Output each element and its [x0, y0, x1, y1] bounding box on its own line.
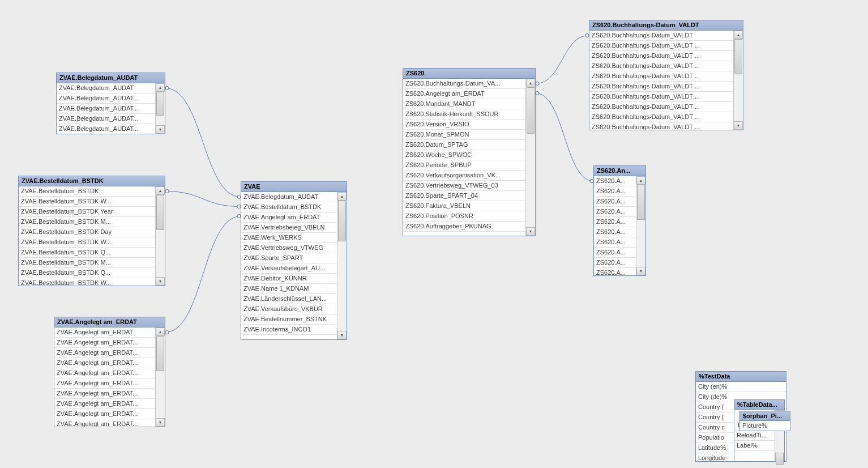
field-item[interactable]: ZVAE.Bestelldatum_BSTDK — [19, 186, 155, 197]
field-item[interactable]: ZVAE.Belegdatum_AUDAT — [57, 83, 155, 93]
table-box-zvae_bstdk[interactable]: ZVAE.Bestelldatum_BSTDKZVAE.Bestelldatum… — [18, 176, 165, 286]
field-item[interactable]: ZVAE.Bestelldatum_BSTDK Year — [19, 207, 155, 217]
field-item[interactable]: ZVAE.Angelegt am_ERDAT — [54, 327, 155, 338]
scroll-thumb[interactable] — [156, 336, 164, 371]
field-item[interactable]: ZS620.Buchhaltungs-Datum_VALDT ... — [589, 122, 733, 130]
table-box-zvae_audat[interactable]: ZVAE.Belegdatum_AUDATZVAE.Belegdatum_AUD… — [56, 73, 165, 134]
field-item[interactable]: ZVAE.Vertriebsweg_VTWEG — [241, 243, 337, 253]
scroll-track[interactable] — [337, 201, 347, 331]
scroll-track[interactable] — [734, 39, 743, 121]
field-item[interactable]: ZVAE.Sparte_SPART — [241, 253, 337, 263]
scroll-thumb[interactable] — [156, 195, 164, 230]
scroll-up-icon[interactable]: ▴ — [156, 83, 165, 92]
field-item[interactable]: ZS620.A... — [594, 237, 636, 248]
field-item[interactable]: ZVAE.Werk_WERKS — [241, 233, 337, 243]
scroll-track[interactable] — [156, 336, 165, 418]
scrollbar[interactable]: ▴▾ — [337, 192, 347, 339]
field-item[interactable]: ZVAE.Belegdatum_AUDAT... — [57, 93, 155, 104]
scroll-track[interactable] — [156, 195, 165, 277]
field-item[interactable]: ZS620.Angelegt am_ERDAT — [403, 89, 525, 99]
field-item[interactable]: ZVAE.Bestelldatum_BSTDK W... — [19, 237, 155, 248]
scroll-track[interactable] — [636, 185, 645, 267]
scroll-thumb[interactable] — [527, 87, 535, 134]
field-item[interactable]: ZS620.Monat_SPMON — [403, 130, 525, 140]
scroll-up-icon[interactable]: ▴ — [734, 31, 743, 39]
scroll-track[interactable] — [526, 87, 535, 227]
scroll-up-icon[interactable]: ▴ — [337, 192, 347, 201]
field-item[interactable]: ZVAE.Länderschlüssel_LAN... — [241, 294, 337, 304]
field-item[interactable]: ZS620.A... — [594, 186, 636, 197]
field-item[interactable]: ZS620.Auftraggeber_PKUNAG — [403, 222, 525, 232]
scroll-down-icon[interactable]: ▾ — [156, 418, 165, 427]
field-item[interactable]: ZS620.Statistik-Herkunft_SSOUR — [403, 109, 525, 120]
field-item[interactable]: ZS620.A... — [594, 176, 636, 186]
scroll-thumb[interactable] — [776, 453, 784, 465]
scroll-track[interactable] — [156, 92, 165, 125]
field-item[interactable]: ZS620.A... — [594, 217, 636, 227]
field-item[interactable]: ZVAE.Angelegt am_ERDAT... — [54, 409, 155, 419]
field-item[interactable]: ZVAE.Name 1_KDNAM — [241, 284, 337, 294]
field-item[interactable]: ZVAE.Bestelldatum_BSTDK M... — [19, 258, 155, 268]
field-item[interactable]: ZS620.A... — [594, 207, 636, 217]
scroll-thumb[interactable] — [734, 39, 742, 74]
field-item[interactable]: City (en)% — [696, 382, 786, 392]
scroll-down-icon[interactable]: ▾ — [156, 125, 165, 134]
field-item[interactable]: ZVAE.Bestelldatum_BSTDK M... — [19, 217, 155, 227]
field-item[interactable]: ZVAE.Vertriebsbeleg_VBELN — [241, 223, 337, 233]
table-box-zvae_erdat[interactable]: ZVAE.Angelegt am_ERDATZVAE.Angelegt am_E… — [54, 317, 165, 427]
field-item[interactable]: ZVAE.Angelegt am_ERDAT... — [54, 358, 155, 368]
field-item[interactable]: ZS620.A... — [594, 268, 636, 275]
scroll-thumb[interactable] — [338, 201, 346, 241]
field-item[interactable]: ZS620.A... — [594, 258, 636, 268]
field-item[interactable]: ZVAE.Belegdatum_AUDAT — [241, 192, 337, 202]
field-item[interactable]: ZS620.Mandant_MANDT — [403, 99, 525, 109]
field-item[interactable]: ZVAE.Angelegt am_ERDAT... — [54, 378, 155, 389]
field-item[interactable]: Picture% — [740, 421, 790, 431]
field-item[interactable]: ZS620.Buchhaltungs-Datum_VALDT ... — [589, 51, 733, 61]
field-item[interactable]: Label% — [734, 441, 775, 451]
field-item[interactable]: ZVAE.Angelegt am_ERDAT — [241, 212, 337, 223]
scroll-down-icon[interactable]: ▾ — [156, 277, 165, 286]
table-title[interactable]: ZVAE — [241, 182, 347, 192]
scroll-thumb[interactable] — [156, 92, 164, 116]
scrollbar[interactable]: ▴▾ — [155, 327, 165, 427]
field-item[interactable]: ZVAE.Belegdatum_AUDAT... — [57, 114, 155, 124]
scroll-down-icon[interactable]: ▾ — [734, 121, 743, 130]
field-item[interactable]: ZVAE.Bestelldatum_BSTDK Q... — [19, 248, 155, 258]
table-box-zs620_valdt[interactable]: ZS620.Buchhaltungs-Datum_VALDTZS620.Buch… — [589, 20, 743, 130]
table-title[interactable]: $orphan_Pi... — [740, 411, 790, 421]
table-title[interactable]: ZS620.An... — [594, 166, 645, 176]
field-item[interactable]: ZVAE.Bestelldatum_BSTDK Q... — [19, 268, 155, 278]
field-item[interactable]: ZVAE.Verkaufsbelegart_AU... — [241, 263, 337, 274]
field-item[interactable]: ZS620.Buchhaltungs-Datum_VALDT ... — [589, 71, 733, 82]
table-box-orphan[interactable]: $orphan_Pi...Picture% — [739, 411, 790, 431]
field-item[interactable]: ZVAE.Incoterms_INCO1 — [241, 325, 337, 335]
field-item[interactable]: ReloadTi... — [734, 431, 775, 441]
field-item[interactable]: ZVAE.Bestelldatum_BSTDK Day — [19, 227, 155, 237]
field-item[interactable]: ZVAE.Belegdatum_AUDAT... — [57, 104, 155, 114]
field-item[interactable]: ZS620.Buchhaltungs-Datum_VALDT ... — [589, 92, 733, 102]
scrollbar[interactable]: ▴▾ — [525, 79, 535, 236]
field-item[interactable]: ZVAE.Angelegt am_ERDAT... — [54, 399, 155, 409]
field-item[interactable]: ZS620.Buchhaltungs-Datum_VALDT ... — [589, 61, 733, 71]
field-item[interactable]: ZVAE.Angelegt am_ERDAT... — [54, 348, 155, 358]
field-item[interactable]: ZVAE.Debitor_KUNNR — [241, 274, 337, 284]
table-title[interactable]: ZS620 — [403, 69, 535, 79]
field-item[interactable]: ZVAE.Bestelldatum_BSTDK W... — [19, 197, 155, 207]
field-item[interactable]: ZVAE.Verkaufsbüro_VKBUR — [241, 304, 337, 314]
field-item[interactable]: ZS620.Periode_SPBUP — [403, 160, 525, 171]
scroll-down-icon[interactable]: ▾ — [337, 331, 347, 339]
table-title[interactable]: %TableData... — [734, 400, 784, 410]
field-item[interactable]: ZS620.Buchhaltungs-Datum_VA... — [403, 79, 525, 89]
scroll-up-icon[interactable]: ▴ — [156, 186, 165, 195]
field-item[interactable]: ZS620.A... — [594, 248, 636, 258]
table-title[interactable]: %TestData — [696, 372, 786, 382]
table-box-zs620_an[interactable]: ZS620.An...ZS620.A...ZS620.A...ZS620.A..… — [593, 165, 646, 276]
field-item[interactable]: ZS620.Vertriebsweg_VTWEG_03 — [403, 181, 525, 191]
field-item[interactable]: ZVAE.Angelegt am_ERDAT... — [54, 368, 155, 378]
scroll-down-icon[interactable]: ▾ — [526, 227, 535, 236]
field-item[interactable]: ZS620.Buchhaltungs-Datum_VALDT ... — [589, 112, 733, 122]
table-title[interactable]: ZVAE.Angelegt am_ERDAT — [54, 317, 165, 327]
scroll-up-icon[interactable]: ▴ — [526, 79, 535, 87]
table-box-zvae[interactable]: ZVAEZVAE.Belegdatum_AUDATZVAE.Bestelldat… — [241, 181, 347, 340]
